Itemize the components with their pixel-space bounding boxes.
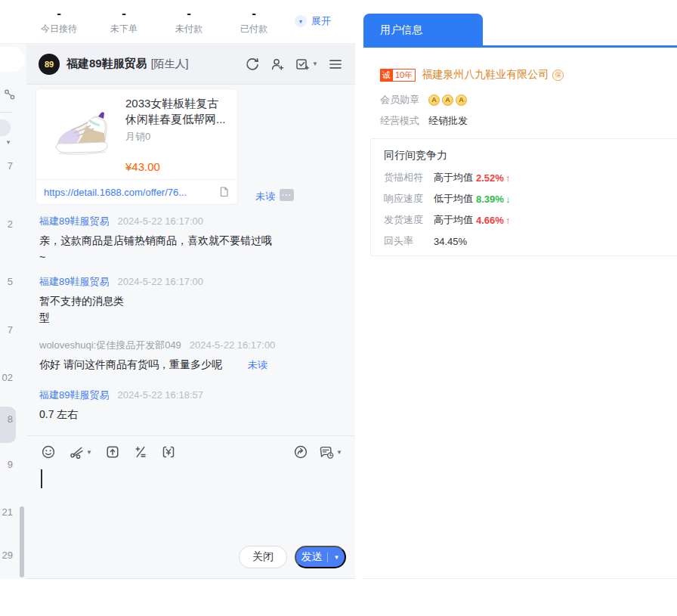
conversation-time[interactable]: 9: [0, 459, 13, 470]
member-years-badge: 10年: [393, 69, 416, 82]
stat-paid: - 已付款: [233, 8, 275, 36]
chat-message-area[interactable]: 2033女鞋板鞋复古 休闲鞋春夏低帮网... 月销0 ¥43.00 https:…: [26, 85, 355, 435]
message-text: 型: [39, 309, 345, 326]
message-sender[interactable]: woloveshuqi:促佳搜品开发部049: [39, 339, 181, 352]
close-button[interactable]: 关闭: [239, 546, 287, 568]
conversation-time[interactable]: 02: [0, 372, 13, 383]
message-sender[interactable]: 福建89鞋服贸易: [39, 275, 109, 289]
competitiveness-row: 回头率 34.45%: [384, 231, 677, 252]
chevron-down-icon[interactable]: ▼: [334, 554, 340, 561]
conversation-time[interactable]: 2: [0, 218, 13, 230]
forward-icon[interactable]: [293, 444, 308, 460]
peer-stranger-tag: [陌生人]: [151, 57, 189, 71]
payment-icon[interactable]: [161, 444, 176, 460]
message-input[interactable]: [34, 465, 348, 537]
file-upload-icon[interactable]: [105, 444, 120, 460]
expand-label: 展开: [311, 14, 331, 28]
product-url-link[interactable]: https://detail.1688.com/offer/76...: [44, 187, 218, 198]
trend-up-icon: ↑: [505, 172, 511, 184]
more-options-button[interactable]: ···: [280, 189, 294, 201]
mode-label: 经营模式: [380, 114, 419, 128]
metric-value: 34.45%: [434, 236, 467, 247]
chat-message: 福建89鞋服贸易 2024-5-22 16:17:00 亲，这款商品是店铺热销商…: [39, 215, 345, 265]
chevron-down-icon: ▼: [312, 60, 318, 67]
company-name-link[interactable]: 福建泉州八九鞋业有限公司: [422, 68, 549, 82]
message-text: ~: [39, 249, 345, 265]
price-adjust-icon[interactable]: [133, 444, 148, 460]
stat-value: -: [168, 8, 210, 20]
refresh-icon[interactable]: [245, 57, 260, 72]
tab-accent-bar: [363, 45, 677, 48]
metric-label: 回头率: [384, 234, 434, 248]
conversation-time[interactable]: 7: [0, 324, 13, 336]
mode-value: 经销批发: [428, 114, 468, 128]
send-button[interactable]: 发送 ▼: [295, 546, 346, 568]
stat-value: -: [103, 8, 145, 20]
metric-prefix: 低于均值: [434, 192, 473, 206]
conversation-time[interactable]: 5: [0, 276, 13, 287]
screenshot-scissors-icon[interactable]: ▼: [69, 444, 92, 460]
chat-header: 89 福建89鞋服贸易 [陌生人]: [26, 44, 355, 85]
chevron-down-icon: ▼: [86, 449, 92, 456]
stat-today-reception: - 今日接待: [38, 8, 80, 36]
trend-up-icon: ↑: [505, 215, 511, 226]
send-label: 发送: [301, 550, 323, 564]
competitiveness-box: 同行间竞争力 货描相符 高于均值 2.52% ↑ 响应速度 低于均值 8.39%…: [370, 138, 677, 256]
quick-reply-history-icon[interactable]: ▼: [318, 444, 342, 460]
scrollbar-thumb[interactable]: [20, 506, 24, 577]
product-image: [42, 95, 118, 171]
message-time: 2024-5-22 16:18:57: [117, 388, 202, 402]
peer-avatar[interactable]: 89: [39, 54, 60, 75]
menu-icon[interactable]: [328, 57, 343, 72]
divider: [0, 112, 12, 113]
unread-badge: 未读: [248, 359, 267, 370]
conversation-list-strip[interactable]: ▼ 7 2 5 7 02 8 9 21 29: [0, 44, 26, 579]
unread-badge: 未读: [255, 190, 275, 203]
stat-no-order: - 未下单: [103, 8, 145, 36]
guarantee-badge-icon: 保: [552, 70, 564, 81]
stat-label: 已付款: [233, 23, 275, 36]
selected-conversation-highlight[interactable]: [0, 407, 16, 443]
copy-document-icon[interactable]: [218, 186, 230, 198]
conversation-time[interactable]: 29: [0, 549, 13, 561]
chat-panel: 89 福建89鞋服贸易 [陌生人]: [26, 44, 355, 579]
metric-label: 发货速度: [384, 213, 434, 227]
message-text: 0.7 左右: [39, 406, 345, 423]
medal-icon: A: [456, 94, 467, 106]
composer-toolbar-right: ▼: [293, 444, 342, 460]
create-task-icon[interactable]: ▼: [295, 57, 318, 72]
message-sender[interactable]: 福建89鞋服贸易: [39, 388, 109, 402]
chevron-down-icon[interactable]: ▼: [5, 139, 11, 146]
message-sender[interactable]: 福建89鞋服贸易: [39, 215, 109, 228]
stat-label: 今日接待: [38, 23, 80, 36]
qianniu-chat-window: - 今日接待 - 未下单 - 未付款 - 已付款 ▼ 展开: [0, 0, 677, 616]
trend-down-icon: ↓: [505, 193, 511, 205]
user-info-panel: 用户信息 诚 10年 福建泉州八九鞋业有限公司 保 会员勋章 A A A 经营模…: [363, 14, 677, 579]
message-text: 亲，这款商品是店铺热销商品，喜欢就不要错过哦: [39, 232, 345, 249]
filter-pill[interactable]: [0, 119, 11, 136]
emoji-icon[interactable]: [41, 444, 56, 460]
tab-user-info[interactable]: 用户信息: [363, 14, 483, 45]
competitiveness-row: 响应速度 低于均值 8.39% ↓: [384, 188, 677, 209]
medal-icon: A: [442, 94, 453, 106]
product-card[interactable]: 2033女鞋板鞋复古 休闲鞋春夏低帮网... 月销0 ¥43.00 https:…: [36, 88, 238, 205]
conversation-time[interactable]: 8: [0, 413, 13, 425]
add-contact-icon[interactable]: [270, 57, 285, 72]
metric-value: 2.52%: [476, 172, 504, 184]
medals-label: 会员勋章: [380, 93, 419, 107]
divider: [327, 553, 328, 562]
chat-message: 福建89鞋服贸易 2024-5-22 16:17:00 暂不支持的消息类 型: [39, 275, 345, 326]
business-mode-row: 经营模式 经销批发: [380, 114, 468, 128]
product-monthly-sales: 月销0: [125, 130, 226, 144]
reception-stats-bar: - 今日接待 - 未下单 - 未付款 - 已付款 ▼ 展开: [0, 0, 355, 44]
expand-button[interactable]: ▼ 展开: [295, 14, 331, 28]
share-nodes-icon[interactable]: [3, 88, 17, 101]
stat-value: -: [38, 8, 80, 20]
message-text: 暂不支持的消息类: [39, 293, 345, 309]
conversation-time[interactable]: 7: [0, 160, 13, 172]
chengxintong-badge-icon: 诚: [380, 69, 393, 82]
conversation-time[interactable]: 21: [0, 506, 13, 518]
product-price: ¥43.00: [125, 160, 226, 173]
metric-label: 响应速度: [384, 192, 434, 206]
conversation-avatar[interactable]: [0, 47, 25, 72]
